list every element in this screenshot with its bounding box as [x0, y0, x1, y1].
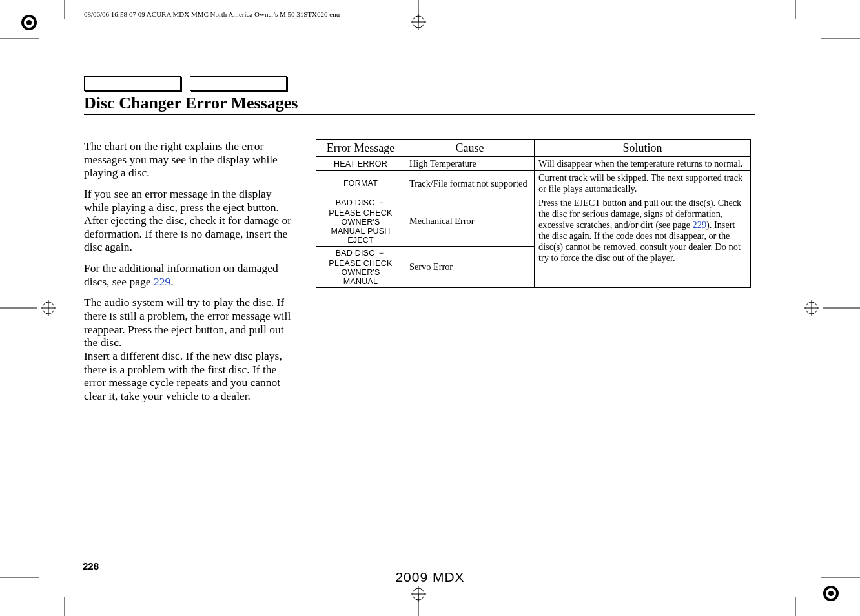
title-divider [84, 114, 755, 115]
error-msg-cell: FORMAT [316, 171, 405, 196]
body-text-column: The chart on the right explains the erro… [84, 139, 294, 411]
error-msg-cell: BAD DISC － PLEASE CHECK OWNER'S MANUAL P… [316, 196, 405, 247]
placeholder-box [84, 76, 181, 91]
cause-cell: Mechanical Error [405, 196, 535, 247]
cause-cell: Track/File format not supported [405, 171, 535, 196]
page-link[interactable]: 229 [693, 220, 706, 230]
paragraph: The chart on the right explains the erro… [84, 139, 294, 180]
paragraph: The audio system will try to play the di… [84, 296, 294, 349]
table-row: FORMAT Track/File format not supported C… [316, 171, 751, 196]
table-row: BAD DISC － PLEASE CHECK OWNER'S MANUAL P… [316, 196, 751, 247]
footer-model-year: 2009 MDX [0, 570, 860, 585]
col-header-cause: Cause [405, 140, 535, 157]
col-header-error: Error Message [316, 140, 405, 157]
paragraph: Insert a different disc. If the new disc… [84, 349, 294, 403]
error-message-table: Error Message Cause Solution HEAT ERROR … [316, 139, 751, 288]
solution-cell: Will disappear when the temperature retu… [535, 157, 751, 171]
error-msg-cell: HEAT ERROR [316, 157, 405, 171]
print-header: 08/06/06 16:58:07 09 ACURA MDX MMC North… [84, 10, 340, 18]
col-header-solution: Solution [535, 140, 751, 157]
paragraph: If you see an error message in the displ… [84, 187, 294, 254]
placeholder-box [190, 76, 287, 91]
cause-cell: High Temperature [405, 157, 535, 171]
table-row: HEAT ERROR High Temperature Will disappe… [316, 157, 751, 171]
paragraph: For the additional information on damage… [84, 262, 294, 288]
title-placeholder-boxes [84, 76, 755, 91]
cause-cell: Servo Error [405, 247, 535, 288]
error-msg-cell: BAD DISC － PLEASE CHECK OWNER'S MANUAL [316, 247, 405, 288]
page-title: Disc Changer Error Messages [84, 94, 755, 113]
table-header-row: Error Message Cause Solution [316, 140, 751, 157]
solution-cell: Press the EJECT button and pull out the … [535, 196, 751, 288]
column-divider [305, 139, 305, 567]
solution-cell: Current track will be skipped. The next … [535, 171, 751, 196]
page-link[interactable]: 229 [154, 275, 170, 288]
